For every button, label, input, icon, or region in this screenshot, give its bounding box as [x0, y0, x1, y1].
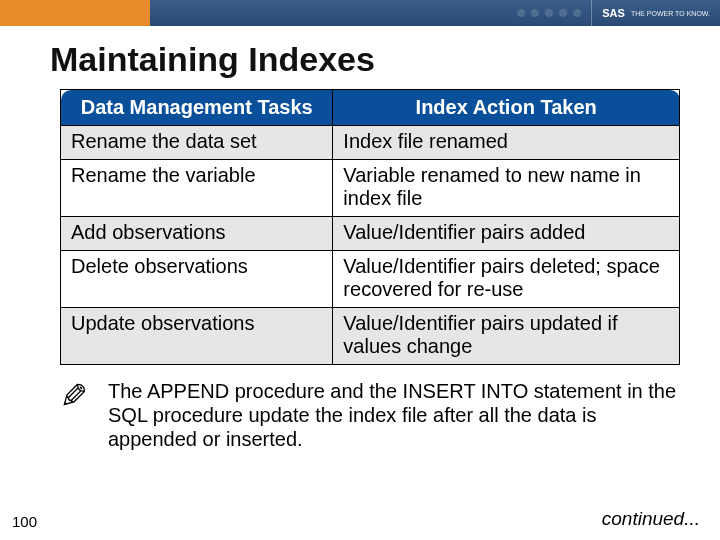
cell-task: Rename the variable — [61, 160, 333, 217]
brand-name: SAS — [602, 7, 625, 19]
top-bar: SAS THE POWER TO KNOW. — [0, 0, 720, 26]
slide-title: Maintaining Indexes — [0, 26, 720, 89]
cell-action: Variable renamed to new name in index fi… — [333, 160, 680, 217]
table-row: Delete observations Value/Identifier pai… — [61, 251, 680, 308]
header-tasks: Data Management Tasks — [61, 90, 333, 126]
table-row: Update observations Value/Identifier pai… — [61, 308, 680, 365]
continued-label: continued... — [602, 508, 700, 530]
table-row: Add observations Value/Identifier pairs … — [61, 217, 680, 251]
page-number: 100 — [12, 513, 37, 530]
cell-action: Value/Identifier pairs updated if values… — [333, 308, 680, 365]
task-table-container: Data Management Tasks Index Action Taken… — [0, 89, 720, 365]
cell-action: Value/Identifier pairs deleted; space re… — [333, 251, 680, 308]
header-action: Index Action Taken — [333, 90, 680, 126]
footnote: ✎ The APPEND procedure and the INSERT IN… — [0, 365, 720, 451]
cell-task: Delete observations — [61, 251, 333, 308]
task-table: Data Management Tasks Index Action Taken… — [60, 89, 680, 365]
cell-action: Value/Identifier pairs added — [333, 217, 680, 251]
footnote-text: The APPEND procedure and the INSERT INTO… — [108, 379, 680, 451]
table-header-row: Data Management Tasks Index Action Taken — [61, 90, 680, 126]
brand-tagline: THE POWER TO KNOW. — [631, 10, 710, 17]
cell-task: Rename the data set — [61, 126, 333, 160]
cell-task: Add observations — [61, 217, 333, 251]
cell-task: Update observations — [61, 308, 333, 365]
pencil-icon: ✎ — [60, 379, 88, 413]
orange-accent-block — [0, 0, 150, 26]
brand-logo: SAS THE POWER TO KNOW. — [591, 0, 720, 26]
cell-action: Index file renamed — [333, 126, 680, 160]
decorative-dots — [517, 0, 591, 26]
table-row: Rename the variable Variable renamed to … — [61, 160, 680, 217]
table-row: Rename the data set Index file renamed — [61, 126, 680, 160]
